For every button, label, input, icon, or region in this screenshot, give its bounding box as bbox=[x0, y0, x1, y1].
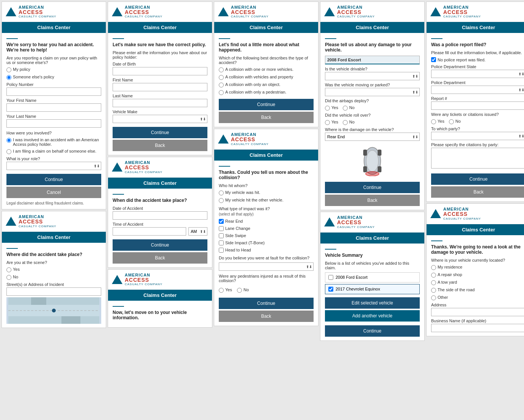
impact-t-bone[interactable]: Side Impact (T-Bone) bbox=[219, 240, 314, 245]
report-num-input[interactable] bbox=[431, 101, 524, 110]
location-other[interactable]: Other bbox=[431, 295, 524, 300]
policy-number-input[interactable] bbox=[6, 87, 101, 96]
impact-checkbox-lane-change[interactable] bbox=[219, 226, 224, 231]
rollover-no[interactable]: No bbox=[343, 120, 355, 125]
involved-option-1[interactable]: I was involved in an accident with an Am… bbox=[6, 137, 101, 147]
dept-select[interactable] bbox=[431, 86, 524, 94]
rollover-yes[interactable]: Yes bbox=[325, 120, 338, 125]
who-hit-radio-2[interactable] bbox=[219, 198, 224, 203]
airbags-radio-yes[interactable] bbox=[325, 106, 330, 111]
location-road[interactable]: The side of the road bbox=[431, 287, 524, 293]
involved-option-2[interactable]: I am filing a claim on behalf of someone… bbox=[6, 149, 101, 154]
ampm-select[interactable]: AM PM bbox=[188, 227, 207, 236]
scene-yes[interactable]: Yes bbox=[6, 267, 101, 272]
time-input[interactable] bbox=[113, 227, 186, 236]
moving-select[interactable] bbox=[325, 88, 420, 96]
back-button-5[interactable]: Back bbox=[431, 186, 524, 198]
edit-vehicle-button[interactable]: Edit selected vehicle bbox=[325, 297, 420, 309]
airbags-yes[interactable]: Yes bbox=[325, 105, 338, 111]
impact-lane-change[interactable]: Lane Change bbox=[219, 226, 314, 231]
back-button-2b[interactable]: Back bbox=[113, 252, 207, 264]
date-accident-input[interactable] bbox=[113, 211, 207, 220]
ped-no[interactable]: No bbox=[237, 287, 249, 293]
add-vehicle-button[interactable]: Add another vehicle bbox=[325, 310, 420, 322]
vehicle-checkbox-2[interactable] bbox=[328, 287, 333, 292]
back-button-4[interactable]: Back bbox=[325, 195, 420, 206]
location-repair[interactable]: A repair shop bbox=[431, 272, 524, 278]
accident-type-radio-3[interactable] bbox=[219, 83, 224, 87]
location-tow[interactable]: A tow yard bbox=[431, 280, 524, 285]
policy-option-someone[interactable]: Someone else's policy bbox=[6, 75, 101, 80]
first-name-input-2[interactable] bbox=[113, 83, 207, 91]
who-hit-radio-1[interactable] bbox=[219, 190, 224, 195]
tickets-radio-no[interactable] bbox=[449, 119, 454, 124]
tickets-yes[interactable]: Yes bbox=[431, 119, 444, 124]
tickets-no[interactable]: No bbox=[449, 119, 461, 124]
location-radio-residence[interactable] bbox=[431, 265, 436, 270]
role-select[interactable] bbox=[6, 162, 101, 170]
tickets-radio-yes[interactable] bbox=[431, 119, 436, 124]
last-name-input[interactable] bbox=[6, 119, 101, 128]
policy-radio-someone[interactable] bbox=[6, 75, 11, 80]
location-radio-repair[interactable] bbox=[431, 273, 436, 278]
airbags-radio-no[interactable] bbox=[343, 106, 348, 111]
location-residence[interactable]: My residence bbox=[431, 265, 524, 270]
no-report-checkbox[interactable] bbox=[431, 57, 436, 62]
continue-button-4[interactable]: Continue bbox=[325, 182, 420, 193]
business-input[interactable] bbox=[431, 324, 524, 332]
first-name-input[interactable] bbox=[6, 103, 101, 112]
impact-head-to-head[interactable]: Head to Head bbox=[219, 248, 314, 253]
rollover-radio-yes[interactable] bbox=[325, 120, 330, 125]
accident-type-2[interactable]: A collision with vehicles and property bbox=[219, 75, 314, 80]
accident-type-1[interactable]: A collision with one or more vehicles. bbox=[219, 67, 314, 72]
ped-radio-yes[interactable] bbox=[219, 288, 224, 293]
vehicle-make-select[interactable] bbox=[113, 115, 207, 123]
continue-button-3[interactable]: Continue bbox=[219, 99, 314, 110]
impact-checkbox-rear-end[interactable] bbox=[219, 219, 224, 224]
dept-state-select[interactable] bbox=[431, 70, 524, 78]
citations-textarea[interactable] bbox=[431, 148, 524, 169]
continue-button-1[interactable]: Continue bbox=[6, 174, 101, 185]
continue-button-4b[interactable]: Continue bbox=[325, 325, 420, 337]
back-button-3[interactable]: Back bbox=[219, 112, 314, 123]
ped-yes[interactable]: Yes bbox=[219, 287, 232, 293]
policy-option-my[interactable]: My policy bbox=[6, 67, 101, 72]
impact-checkbox-side-swipe[interactable] bbox=[219, 233, 224, 238]
policy-radio-my[interactable] bbox=[6, 67, 11, 72]
accident-type-radio-2[interactable] bbox=[219, 75, 224, 80]
who-hit-option-1[interactable]: My vehicle was hit. bbox=[219, 190, 314, 195]
location-radio-tow[interactable] bbox=[431, 280, 436, 285]
location-radio-other[interactable] bbox=[431, 295, 436, 300]
drivable-select[interactable] bbox=[325, 72, 420, 80]
which-party-select[interactable] bbox=[431, 132, 524, 140]
continue-button-2b[interactable]: Continue bbox=[113, 239, 207, 251]
ped-radio-no[interactable] bbox=[237, 288, 242, 293]
location-radio-road[interactable] bbox=[431, 288, 436, 293]
cancel-button[interactable]: Cancel bbox=[6, 187, 101, 198]
rollover-radio-no[interactable] bbox=[343, 120, 348, 125]
scene-radio-no[interactable] bbox=[6, 275, 11, 280]
no-report-label[interactable]: No police report was filed. bbox=[431, 57, 524, 62]
back-button-3b[interactable]: Back bbox=[219, 311, 314, 322]
impact-checkbox-head-to-head[interactable] bbox=[219, 248, 224, 253]
dob-input[interactable] bbox=[113, 67, 207, 75]
airbags-no[interactable]: No bbox=[343, 105, 355, 111]
who-hit-option-2[interactable]: My vehicle hit the other vehicle. bbox=[219, 198, 314, 203]
involved-radio-1[interactable] bbox=[6, 138, 11, 143]
accident-type-4[interactable]: A collision with only a pedestrian. bbox=[219, 90, 314, 95]
continue-button-3b[interactable]: Continue bbox=[219, 298, 314, 309]
address-input[interactable] bbox=[6, 287, 101, 296]
impact-checkbox-t-bone[interactable] bbox=[219, 240, 224, 245]
damage-select[interactable]: Rear End Front End Driver Side Passenger… bbox=[325, 133, 420, 141]
continue-button-2[interactable]: Continue bbox=[113, 127, 207, 138]
vehicle-checkbox-1[interactable] bbox=[328, 275, 333, 280]
accident-type-radio-1[interactable] bbox=[219, 67, 224, 72]
scene-no[interactable]: No bbox=[6, 275, 101, 280]
continue-button-5[interactable]: Continue bbox=[431, 173, 524, 185]
impact-side-swipe[interactable]: Side Swipe bbox=[219, 233, 314, 238]
scene-radio-yes[interactable] bbox=[6, 267, 11, 272]
last-name-input-2[interactable] bbox=[113, 99, 207, 107]
accident-type-3[interactable]: A collision with only an object. bbox=[219, 82, 314, 87]
accident-type-radio-4[interactable] bbox=[219, 90, 224, 95]
involved-radio-2[interactable] bbox=[6, 149, 11, 154]
